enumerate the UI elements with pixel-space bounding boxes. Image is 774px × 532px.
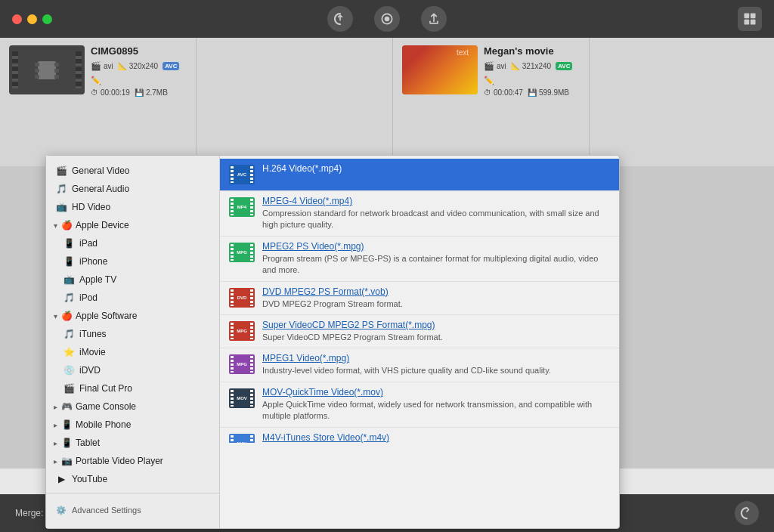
sidebar-item-general-video[interactable]: 🎬 General Video <box>46 162 219 180</box>
export-button[interactable] <box>738 7 762 31</box>
format-name-m4v: M4V-iTunes Store Video(*.m4v) <box>262 432 610 443</box>
format-icon-mov: MOV <box>229 387 255 410</box>
close-button[interactable] <box>12 14 22 24</box>
format-desc-mpeg1: Industry-level video format, with VHS pi… <box>262 365 610 376</box>
effects-icon <box>379 11 395 26</box>
portable-icon: 📷 <box>60 455 73 467</box>
format-text-mpeg2ps: MPEG2 PS Video(*.mpg) Program stream (PS… <box>262 241 610 277</box>
maximize-button[interactable] <box>42 14 52 24</box>
sidebar-item-final-cut-pro[interactable]: 🎬 Final Cut Pro <box>46 379 219 397</box>
format-desc-svcd: Super VideoCD MPEG2 Program Stream forma… <box>262 332 610 343</box>
sidebar-item-youtube[interactable]: ▶ YouTube <box>46 470 219 488</box>
video-meta2-cimg: ⏱ 00:00:19 💾 2.7MB <box>91 88 187 97</box>
sidebar-group-apple-device[interactable]: ▾ 🍎 Apple Device <box>46 216 219 234</box>
restore-button[interactable] <box>327 6 353 32</box>
format-item-mpeg4[interactable]: MP4 MPEG-4 Video(*.mp4) Compression stan… <box>220 191 619 237</box>
svg-rect-6 <box>38 61 56 79</box>
format-icon-mpeg4: MP4 <box>229 196 255 218</box>
titlebar-right <box>738 7 762 31</box>
format-item-mov[interactable]: MOV MOV-QuickTime Video(*.mov) Apple Qui… <box>220 382 619 428</box>
effects-button[interactable] <box>374 6 400 32</box>
format-item-svcd[interactable]: MPG Super VideoCD MPEG2 PS Format(*.mpg)… <box>220 315 619 348</box>
format-icon-h264: AVC <box>229 163 255 186</box>
sidebar-item-iphone[interactable]: 📱 iPhone <box>46 252 219 271</box>
format-icon-mpeg1: MPG <box>229 353 255 376</box>
video-meta-megans: 🎬 avi 📐 321x240 AVC ✏️ <box>484 61 580 85</box>
format-text-m4v: M4V-iTunes Store Video(*.m4v) Extension … <box>262 432 610 443</box>
sidebar-group-mobile-phone[interactable]: ▸ 📱 Mobile Phone <box>46 416 219 434</box>
format-item-m4v[interactable]: M4V M4V-iTunes Store Video(*.m4v) Extens… <box>220 428 619 443</box>
resolution-tag: 📐 320x240 <box>118 62 158 70</box>
codec-badge: AVC <box>163 62 179 70</box>
ipad-icon: 📱 <box>63 237 75 249</box>
sidebar-item-itunes[interactable]: 🎵 iTunes <box>46 325 219 343</box>
format-name-mpeg1: MPEG1 Video(*.mpg) <box>262 353 610 363</box>
titlebar-center <box>327 6 447 32</box>
sidebar-group-apple-software[interactable]: ▾ 🍎 Apple Software <box>46 307 219 325</box>
format-icon-mpeg2ps: MPG <box>229 241 255 264</box>
format-desc-mpeg2ps: Program stream (PS or MPEG-PS) is a cont… <box>262 253 610 277</box>
resolution-tag-m: 📐 321x240 <box>511 62 551 70</box>
edit-icon-megans[interactable]: ✏️ <box>484 76 494 85</box>
format-icon-dvd: DVD <box>229 286 255 309</box>
video-thumbnail-megans: text <box>402 45 478 94</box>
sidebar-item-idvd[interactable]: 💿 iDVD <box>46 361 219 379</box>
format-text-mov: MOV-QuickTime Video(*.mov) Apple QuickTi… <box>262 387 610 422</box>
export-icon <box>742 11 757 26</box>
advanced-settings-btn[interactable]: ⚙️ Advanced Settings <box>46 498 219 522</box>
sidebar-group-portable-video[interactable]: ▸ 📷 Portable Video Player <box>46 452 219 470</box>
tablet-icon: 📱 <box>60 437 73 449</box>
format-name-svcd: Super VideoCD MPEG2 PS Format(*.mpg) <box>262 320 610 330</box>
format-icon-m4v: M4V <box>229 432 255 443</box>
video-meta2-megans: ⏱ 00:00:47 💾 599.9MB <box>484 88 580 97</box>
sidebar-item-general-audio[interactable]: 🎵 General Audio <box>46 180 219 198</box>
sidebar-group-game-console[interactable]: ▸ 🎮 Game Console <box>46 397 219 416</box>
svg-rect-4 <box>745 20 750 25</box>
audio-icon: 🎵 <box>55 183 67 195</box>
convert-button[interactable] <box>735 501 759 525</box>
format-item-mpeg2ps[interactable]: MPG MPEG2 PS Video(*.mpg) Program stream… <box>220 237 619 282</box>
video-row-megans: text Megan's movie 🎬 avi 📐 321x240 <box>402 45 580 99</box>
share-button[interactable] <box>421 6 447 32</box>
format-desc-mov: Apple QuickTime video format, widely use… <box>262 399 610 422</box>
expand-arrow-portable: ▸ <box>54 457 57 466</box>
apple-software-icon: 🍎 <box>60 310 73 322</box>
film-strip-icon <box>32 55 62 85</box>
svg-rect-7 <box>35 63 39 66</box>
sidebar-item-ipad[interactable]: 📱 iPad <box>46 234 219 252</box>
format-text-mpeg1: MPEG1 Video(*.mpg) Industry-level video … <box>262 353 610 376</box>
video-info-megans: Megan's movie 🎬 avi 📐 321x240 AVC <box>484 45 580 97</box>
format-icon-svcd: MPG <box>229 320 255 342</box>
format-text-dvd: DVD MPEG2 PS Format(*.vob) DVD MPEG2 Pro… <box>262 286 610 310</box>
video-meta-cimg: 🎬 avi 📐 320x240 AVC ✏️ <box>91 61 187 85</box>
edit-icon-cimg[interactable]: ✏️ <box>91 76 101 85</box>
format-item-h264[interactable]: AVC H.264 Video(*.mp4) <box>220 159 619 191</box>
video-title-cimg: CIMG0895 <box>91 45 187 57</box>
video-title-megans: Megan's movie <box>484 45 580 57</box>
imovie-icon: ⭐ <box>63 346 75 358</box>
fcp-icon: 🎬 <box>63 382 75 394</box>
sidebar-group-tablet[interactable]: ▸ 📱 Tablet <box>46 434 219 452</box>
duration-tag: ⏱ 00:00:19 <box>91 88 130 97</box>
size-tag: 💾 2.7MB <box>135 88 168 97</box>
sidebar-item-apple-tv[interactable]: 📺 Apple TV <box>46 271 219 289</box>
expand-arrow-mobile: ▸ <box>54 421 57 429</box>
sidebar-item-imovie[interactable]: ⭐ iMovie <box>46 343 219 361</box>
format-desc-dvd: DVD MPEG2 Program Stream format. <box>262 298 610 310</box>
restore-icon <box>333 11 348 26</box>
game-icon: 🎮 <box>60 401 73 413</box>
idvd-icon: 💿 <box>63 364 75 376</box>
expand-arrow-game: ▸ <box>54 403 57 411</box>
format-list: AVC H.264 Video(*.mp4) MP4 MPEG-4 Video(… <box>220 156 619 443</box>
video-item-megans: text Megan's movie 🎬 avi 📐 321x240 <box>393 38 590 166</box>
format-name-h264: H.264 Video(*.mp4) <box>262 163 610 174</box>
format-tag: 🎬 avi <box>91 61 113 71</box>
svg-point-1 <box>385 17 389 21</box>
format-item-dvd[interactable]: DVD DVD MPEG2 PS Format(*.vob) DVD MPEG2… <box>220 282 619 315</box>
minimize-button[interactable] <box>27 14 37 24</box>
format-name-mpeg2ps: MPEG2 PS Video(*.mpg) <box>262 241 610 252</box>
format-item-mpeg1[interactable]: MPG MPEG1 Video(*.mpg) Industry-level vi… <box>220 348 619 382</box>
sidebar-item-ipod[interactable]: 🎵 iPod <box>46 289 219 307</box>
expand-arrow-tablet: ▸ <box>54 439 57 447</box>
sidebar-item-hd-video[interactable]: 📺 HD Video <box>46 198 219 216</box>
